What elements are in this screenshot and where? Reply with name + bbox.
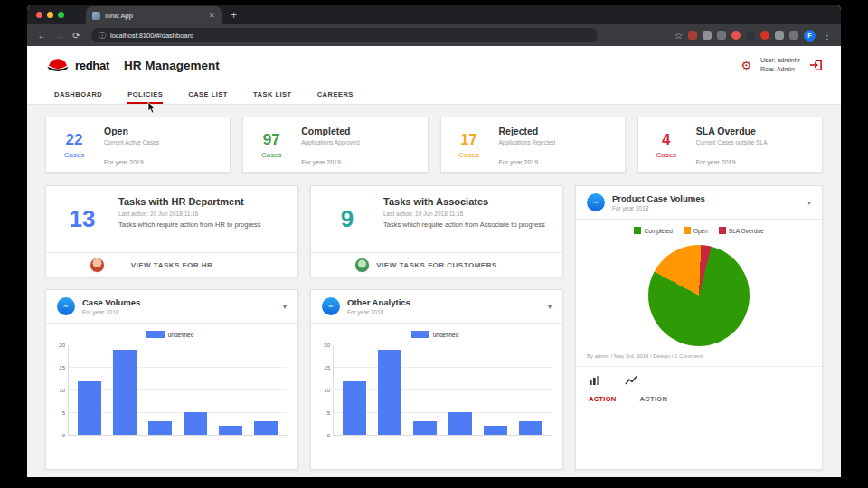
logout-icon[interactable] xyxy=(809,59,823,71)
card-title: Other Analytics xyxy=(347,297,410,307)
back-icon[interactable]: ← xyxy=(34,31,50,41)
y-tick-label: 15 xyxy=(324,365,330,371)
site-info-icon[interactable]: ⓘ xyxy=(99,31,106,41)
bar xyxy=(78,381,101,435)
browser-toolbar: ← → ⟳ ⓘ localhost:8100/#/dashboard ☆ F ⋮ xyxy=(27,24,841,46)
nav-tab-dashboard[interactable]: DASHBOARD xyxy=(54,90,102,104)
card-meta: By admin / May 3rd, 2014 / Design / 1 Co… xyxy=(576,353,822,366)
app-header: redhat HR Management ⚙ User: adminhr Rol… xyxy=(27,46,841,84)
settings-gear-icon[interactable]: ⚙ xyxy=(741,59,751,72)
other-analytics-card: Other Analytics For year 2018 ▾ undefine… xyxy=(310,289,563,470)
window-controls xyxy=(27,5,73,24)
action-button-secondary[interactable]: ACTION xyxy=(640,395,668,403)
extension-icon[interactable] xyxy=(760,31,769,40)
legend-swatch-completed xyxy=(634,227,641,234)
tab-title: Ionic App xyxy=(105,12,203,20)
task-count: 13 xyxy=(46,186,118,252)
nav-tab-policies[interactable]: POLICIES xyxy=(127,90,163,104)
messenger-icon xyxy=(322,297,340,315)
card-subtitle: For year 2018 xyxy=(347,309,410,315)
bar xyxy=(378,350,401,435)
role-label: Role: Admin xyxy=(760,65,800,75)
y-tick-label: 0 xyxy=(62,433,65,438)
task-last-action: Last action: 20 Jun 2018 11:16 xyxy=(118,211,261,217)
close-window-button[interactable] xyxy=(36,12,42,18)
bar xyxy=(254,421,278,435)
tab-close-icon[interactable]: ✕ xyxy=(208,12,215,20)
case-volumes-card: Case Volumes For year 2018 ▾ undefined 0… xyxy=(45,289,298,470)
bar xyxy=(484,426,507,435)
task-title: Tasks with HR Department xyxy=(118,196,261,207)
stat-value: 4 xyxy=(662,131,670,149)
extension-icon[interactable] xyxy=(731,31,741,40)
brand-wordmark: redhat xyxy=(75,59,109,72)
pie-legend: Completed Open SLA Overdue xyxy=(576,220,822,236)
browser-menu-icon[interactable]: ⋮ xyxy=(821,31,832,41)
stat-card-completed[interactable]: 97 Cases Completed Applications Approved… xyxy=(242,117,428,173)
url-text: localhost:8100/#/dashboard xyxy=(110,32,193,40)
user-label: User: adminhr xyxy=(760,56,800,66)
legend-label: Open xyxy=(693,228,708,234)
bar-legend: undefined xyxy=(318,331,552,338)
legend-swatch xyxy=(411,331,429,338)
extension-icon[interactable] xyxy=(746,31,755,40)
bar-chart-icon[interactable] xyxy=(589,375,601,386)
bar xyxy=(219,426,242,435)
address-bar[interactable]: ⓘ localhost:8100/#/dashboard xyxy=(91,28,598,42)
legend-label: SLA Overdue xyxy=(729,228,764,234)
stat-card-sla-overdue[interactable]: 4 Cases SLA Overdue Current Cases outsid… xyxy=(637,117,823,173)
action-button-primary[interactable]: ACTION xyxy=(589,395,617,403)
line-chart-icon[interactable] xyxy=(625,375,637,386)
nav-tab-task-list[interactable]: TASK LIST xyxy=(253,90,292,104)
reload-icon[interactable]: ⟳ xyxy=(69,31,84,41)
legend-swatch xyxy=(146,331,165,338)
mouse-cursor-icon xyxy=(147,102,156,114)
bar xyxy=(413,421,437,435)
stat-subtitle: Current Cases outside SLA xyxy=(696,139,768,145)
browser-window: Ionic App ✕ + ← → ⟳ ⓘ localhost:8100/#/d… xyxy=(27,5,841,477)
y-tick-label: 0 xyxy=(327,433,330,438)
task-description: Tasks which require action from Associat… xyxy=(383,221,545,230)
app-nav-tabs: DASHBOARD POLICIES CASE LIST TASK LIST C… xyxy=(27,84,841,105)
extension-icon[interactable] xyxy=(717,31,726,40)
extension-icon[interactable] xyxy=(789,31,798,40)
tab-favicon xyxy=(92,12,100,20)
legend-swatch-open xyxy=(684,227,691,234)
redhat-logo: redhat xyxy=(45,56,109,74)
y-tick-label: 20 xyxy=(324,343,330,348)
view-tasks-hr-button[interactable]: VIEW TASKS FOR HR xyxy=(131,261,213,269)
y-tick-label: 10 xyxy=(59,388,65,393)
stat-card-rejected[interactable]: 17 Cases Rejected Applications Rejected … xyxy=(440,117,626,173)
browser-tab[interactable]: Ionic App ✕ xyxy=(86,6,222,24)
profile-avatar[interactable]: F xyxy=(804,30,816,42)
forward-icon[interactable]: → xyxy=(52,31,67,41)
bookmark-star-icon[interactable]: ☆ xyxy=(675,31,683,41)
card-subtitle: For year 2018 xyxy=(612,205,705,211)
chevron-down-icon[interactable]: ▾ xyxy=(283,303,287,311)
product-case-volumes-card: Product Case Volumes For year 2018 ▾ Com… xyxy=(575,185,823,470)
stat-card-open[interactable]: 22 Cases Open Current Active Cases For y… xyxy=(45,117,231,173)
task-count: 9 xyxy=(311,186,383,252)
zoom-window-button[interactable] xyxy=(58,12,64,18)
nav-tab-careers[interactable]: CAREERS xyxy=(317,90,354,104)
chevron-down-icon[interactable]: ▾ xyxy=(548,303,552,311)
stat-card-row: 22 Cases Open Current Active Cases For y… xyxy=(45,117,823,173)
extension-icon[interactable] xyxy=(703,31,712,40)
legend-label: undefined xyxy=(433,332,459,338)
task-last-action: Last action: 19 Jun 2018 11:16 xyxy=(383,211,545,217)
extension-icon[interactable] xyxy=(688,31,697,40)
extension-icon[interactable] xyxy=(775,31,784,40)
minimize-window-button[interactable] xyxy=(47,12,53,18)
stat-unit: Cases xyxy=(458,151,479,159)
new-tab-button[interactable]: + xyxy=(222,9,246,24)
y-tick-label: 15 xyxy=(59,365,65,371)
task-description: Tasks which require action from HR to pr… xyxy=(118,221,261,230)
bar xyxy=(184,412,207,435)
nav-tab-case-list[interactable]: CASE LIST xyxy=(188,90,228,104)
stat-value: 97 xyxy=(263,131,280,149)
bar xyxy=(519,421,542,435)
legend-label: undefined xyxy=(168,332,194,338)
view-tasks-customers-button[interactable]: VIEW TASKS FOR CUSTOMERS xyxy=(376,261,497,269)
task-card-associates: 9 Tasks with Associates Last action: 19 … xyxy=(310,185,563,277)
chevron-down-icon[interactable]: ▾ xyxy=(807,199,811,207)
